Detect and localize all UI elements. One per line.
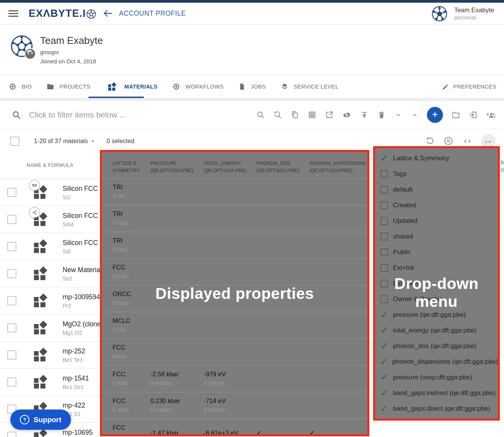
property-row: TRIP-3m1 [102, 232, 367, 258]
tab-service-level[interactable]: SERVICE LEVEL [277, 75, 342, 98]
group-add-icon[interactable] [486, 110, 496, 119]
row-checkbox[interactable] [7, 432, 16, 437]
row-checkbox[interactable] [7, 350, 16, 360]
link-icon [29, 180, 40, 191]
row-checkbox[interactable] [7, 215, 16, 224]
checkbox-unchecked-icon [380, 170, 388, 178]
refresh-icon[interactable] [425, 136, 435, 146]
open-in-new-icon[interactable] [325, 110, 334, 119]
row-checkbox[interactable] [7, 242, 16, 251]
search-history-icon[interactable] [273, 110, 282, 119]
account-type: personal [454, 14, 494, 21]
grid-view-icon[interactable] [308, 110, 317, 119]
select-all-checkbox[interactable] [10, 137, 19, 146]
question-icon: ? [20, 415, 29, 424]
account-menu[interactable]: Team Exabyte personal [432, 6, 494, 22]
material-icon [33, 267, 48, 281]
search-action-icon[interactable] [256, 110, 265, 119]
menu-item[interactable]: band_gaps:indirect (qe:dft:gga:pbe) [375, 385, 498, 401]
row-checkbox[interactable] [7, 323, 16, 332]
cloud-upload-icon[interactable] [342, 110, 352, 119]
tab-workflows[interactable]: WORKFLOWS [169, 75, 227, 98]
material-formula: Be1 Se1 [63, 384, 89, 390]
folder-icon [46, 82, 55, 91]
delete-icon[interactable] [377, 110, 386, 119]
checkbox-unchecked-icon [380, 186, 388, 194]
menu-item[interactable]: Lattice & Symmetry [375, 150, 498, 166]
displayed-properties-label: Displayed properties [102, 285, 367, 303]
copy-icon[interactable] [290, 110, 300, 119]
code-icon[interactable] [462, 137, 473, 145]
hamburger-menu-icon[interactable] [8, 9, 18, 18]
menu-item[interactable]: phonon_dispersions (qe:dft:gga:pbe) [375, 354, 498, 369]
user-face-badge-icon [24, 48, 36, 60]
publish-icon[interactable] [360, 110, 369, 119]
row-checkbox[interactable] [7, 377, 16, 387]
menu-item[interactable]: band_gaps:direct (qe:dft:gga:pbe) [375, 401, 498, 416]
search-icon [11, 110, 21, 120]
menu-item[interactable]: shared [375, 229, 498, 244]
menu-item[interactable]: Tags [375, 166, 498, 182]
support-button[interactable]: ? Support [10, 410, 71, 430]
menu-item[interactable]: Ext+lnk [375, 260, 498, 276]
filter-input[interactable] [28, 110, 194, 120]
row-checkbox[interactable] [7, 188, 16, 197]
material-name: Silicon FCC -.. [63, 239, 106, 247]
tab-projects[interactable]: PROJECTS [43, 75, 93, 98]
check-icon [378, 388, 390, 398]
layers-icon [280, 82, 289, 91]
material-formula: Pr2 [63, 303, 100, 309]
menu-item[interactable]: total_energy (qe:dft:gga:pbe) [375, 323, 498, 338]
menu-item[interactable]: Public [375, 244, 498, 260]
material-formula: Si6 [63, 248, 106, 255]
row-checkbox[interactable] [7, 296, 16, 305]
material-formula: Mg1 O2 [63, 330, 103, 336]
chevron-up-icon[interactable] [411, 111, 419, 119]
clipped-bandgaps-header: BAND_GAPS:INDIRECT (QE:DFT:GGA:PBE) [501, 159, 504, 174]
menu-item[interactable]: phonon_dos (qe:dft:gga:pbe) [375, 338, 498, 354]
check-icon [378, 153, 390, 163]
property-row: FCCFd-3m [102, 258, 367, 285]
logo-ball-icon [86, 9, 96, 19]
material-icon [33, 240, 48, 253]
property-column-headers: LATTICE &SYMMETRY PRESSURE(QE:DFT:GGA:PB… [102, 152, 367, 178]
pagination-count[interactable]: 1-20 of 37 materials [34, 138, 94, 145]
columns-dropdown-menu: Lattice & Symmetry Tags default Created … [373, 146, 500, 421]
tab-jobs[interactable]: JOBS [235, 75, 269, 98]
pause-icon[interactable] [443, 136, 454, 146]
chevron-down-icon[interactable] [394, 111, 403, 119]
add-material-button[interactable]: + [427, 107, 443, 123]
account-name: Team Exabyte [454, 6, 494, 14]
tabs-divider-band [0, 98, 504, 101]
tab-preferences[interactable]: PREFERENCES [442, 83, 496, 90]
account-profile-page: EXΛBYTE.I ACCOUNT PR [0, 0, 504, 437]
tab-materials[interactable]: MATERIALS [102, 75, 161, 98]
exabyte-logo[interactable]: EXΛBYTE.I [29, 8, 96, 19]
toolbar-icons: + [256, 101, 504, 129]
back-arrow-icon[interactable] [103, 9, 113, 18]
property-row: FCCF-43m -1.47 kbar -6.61e+3 eV ✓ ✓ [102, 419, 367, 436]
material-name: mp-252 [63, 347, 85, 355]
menu-item[interactable]: Created [375, 197, 498, 213]
row-checkbox[interactable] [7, 269, 16, 278]
material-name: mp-1541 [63, 374, 89, 382]
materials-icon [108, 82, 117, 91]
menu-item[interactable]: pressure (vasp:dft:gga:pbe) [375, 369, 498, 385]
check-icon: ✓ [256, 429, 309, 436]
logo-text: EXΛBYTE.I [29, 8, 86, 19]
material-formula: Se2 [63, 276, 101, 282]
tab-bio[interactable]: BIO [5, 75, 35, 98]
check-icon [378, 404, 390, 413]
material-icon [33, 321, 48, 335]
import-icon[interactable] [469, 110, 478, 119]
menu-item[interactable]: default [375, 182, 498, 197]
share-icon [29, 207, 40, 218]
folder-outline-icon[interactable] [451, 110, 461, 119]
material-name: mp-10695 [63, 429, 93, 437]
workflows-icon [172, 82, 180, 91]
material-name: MgO2 (clone) [63, 320, 103, 328]
material-formula: Be1 Te1 [63, 357, 85, 363]
check-icon [378, 372, 390, 382]
menu-item[interactable]: Updated [375, 213, 498, 229]
property-row: TRIP-3m1 [102, 205, 367, 232]
